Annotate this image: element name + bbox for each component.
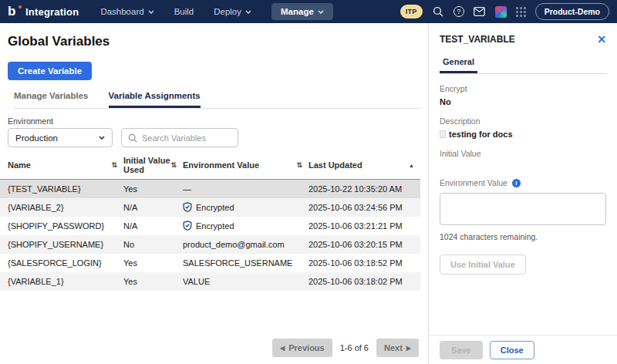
- variables-table: Name⇅ Initial Value Used⇅ Environment Va…: [0, 152, 420, 291]
- table-row[interactable]: {SHOPIFY_PASSWORD} N/A Encrypted 2025-10…: [0, 217, 420, 235]
- panel-title: TEST_VARIABLE: [440, 34, 515, 45]
- primary-nav: Dashboard Build Deploy Manage: [100, 3, 332, 20]
- column-header-initial-value-used[interactable]: Initial Value Used⇅: [123, 152, 183, 180]
- close-button[interactable]: Close: [490, 341, 534, 359]
- environment-value-label: Environment Value: [440, 178, 507, 187]
- top-nav: b Integration Dashboard Build Deploy Man…: [0, 0, 617, 23]
- variable-detail-panel: TEST_VARIABLE ✕ General Encrypt No Descr…: [430, 23, 617, 364]
- encrypted-shield-icon: [183, 221, 192, 231]
- pagination: ◀ Previous 1-6 of 6 Next ▶: [272, 339, 419, 357]
- previous-page-button[interactable]: ◀ Previous: [272, 339, 332, 357]
- tab-bar: Manage Variables Variable Assignments: [14, 91, 420, 109]
- encrypt-label: Encrypt: [440, 84, 606, 93]
- next-arrow-icon: ▶: [406, 345, 411, 352]
- environment-select[interactable]: Production: [8, 128, 113, 147]
- encrypt-value: No: [440, 97, 606, 106]
- sort-asc-icon[interactable]: ▲: [409, 163, 414, 168]
- tab-manage-variables[interactable]: Manage Variables: [14, 91, 89, 108]
- table-row[interactable]: {VARIABLE_1} Yes VALUE 2025-10-06 03:18:…: [0, 272, 420, 291]
- nav-item-build[interactable]: Build: [174, 7, 194, 16]
- characters-remaining: 1024 characters remaining.: [440, 232, 606, 241]
- create-variable-button[interactable]: Create Variable: [8, 62, 92, 80]
- chevron-down-icon: [148, 10, 154, 14]
- use-initial-value-button[interactable]: Use Initial Value: [440, 254, 526, 275]
- table-row[interactable]: {TEST_VARIABLE} Yes — 2025-10-22 10:35:2…: [0, 180, 420, 198]
- brand-name: Integration: [25, 6, 79, 18]
- column-header-environment-value[interactable]: Environment Value⇅: [183, 152, 308, 180]
- nav-item-deploy[interactable]: Deploy: [214, 7, 251, 16]
- description-value: testing for docs: [440, 130, 606, 139]
- table-row[interactable]: {VARIABLE_2} N/A Encrypted 2025-10-06 03…: [0, 198, 420, 217]
- nav-item-dashboard[interactable]: Dashboard: [100, 7, 153, 16]
- apps-grid-icon[interactable]: [516, 7, 526, 17]
- tab-general[interactable]: General: [440, 57, 477, 73]
- column-header-name[interactable]: Name⇅: [0, 152, 123, 180]
- page-title: Global Variables: [8, 34, 428, 49]
- next-page-button[interactable]: Next ▶: [376, 339, 419, 357]
- table-header-row: Name⇅ Initial Value Used⇅ Environment Va…: [0, 152, 420, 180]
- encrypted-shield-icon: [183, 202, 192, 212]
- nav-utilities: ITP ? Product-Demo: [400, 3, 609, 20]
- tab-variable-assignments[interactable]: Variable Assignments: [109, 91, 201, 108]
- environment-value-input[interactable]: [440, 193, 606, 225]
- panel-tab-bar: General: [440, 54, 606, 74]
- panel-footer: Save Close: [430, 335, 617, 364]
- initial-value-label: Initial Value: [440, 149, 606, 158]
- table-row[interactable]: {SALESFORCE_LOGIN} Yes SALESFORCE_USERNA…: [0, 254, 420, 272]
- main-content: Global Variables Create Variable Manage …: [0, 23, 429, 364]
- column-header-last-updated[interactable]: Last Updated▲: [308, 152, 420, 180]
- boomi-ai-icon[interactable]: [495, 6, 507, 18]
- search-icon: [128, 133, 137, 143]
- nav-item-manage[interactable]: Manage: [271, 3, 333, 20]
- chevron-down-icon: [318, 10, 324, 14]
- sort-icon[interactable]: ⇅: [111, 161, 117, 169]
- account-badge[interactable]: ITP: [400, 5, 423, 19]
- search-variables-box: [121, 128, 238, 147]
- table-row[interactable]: {SHOPIFY_USERNAME} No product_demo@gmail…: [0, 235, 420, 254]
- search-variables-input[interactable]: [142, 133, 227, 143]
- help-icon[interactable]: ?: [453, 6, 464, 17]
- pagination-range: 1-6 of 6: [340, 343, 369, 352]
- search-icon[interactable]: [432, 5, 444, 18]
- save-button[interactable]: Save: [440, 341, 483, 359]
- mail-icon[interactable]: [474, 5, 486, 18]
- close-icon[interactable]: ✕: [597, 34, 606, 45]
- environment-label: Environment: [8, 116, 428, 126]
- sort-icon[interactable]: ⇅: [170, 161, 177, 169]
- chevron-down-icon: [99, 136, 105, 140]
- chevron-down-icon: [245, 10, 251, 14]
- missing-glyph-box: [440, 130, 446, 138]
- filter-controls: Production: [8, 128, 428, 147]
- info-icon[interactable]: i: [512, 179, 521, 187]
- description-label: Description: [440, 116, 606, 126]
- sort-icon[interactable]: ⇅: [296, 161, 302, 169]
- tenant-selector[interactable]: Product-Demo: [535, 3, 609, 20]
- boomi-logo-icon: b: [8, 5, 20, 19]
- previous-arrow-icon: ◀: [280, 345, 285, 352]
